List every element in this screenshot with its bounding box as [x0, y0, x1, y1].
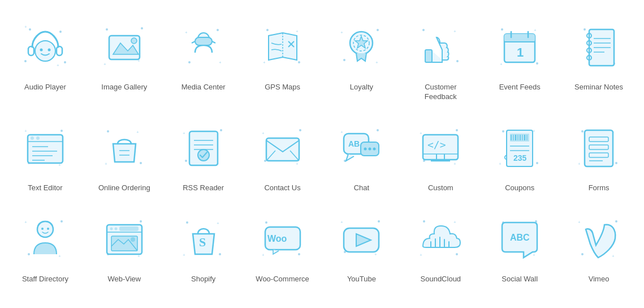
svg-point-178	[456, 253, 458, 255]
svg-point-11	[106, 28, 108, 31]
icon-item-media-center[interactable]: + + Media Center	[164, 11, 243, 106]
svg-rect-22	[195, 37, 212, 45]
vimeo-label: Vimeo	[589, 275, 610, 284]
svg-text:</>: </>	[427, 139, 446, 151]
svg-text:+: +	[420, 131, 422, 136]
svg-point-18	[188, 61, 191, 63]
vimeo-icon: + +	[568, 208, 630, 270]
svg-text:+: +	[296, 29, 299, 34]
icon-item-event-feeds[interactable]: + + 1 Event Feeds	[480, 11, 559, 106]
svg-rect-7	[57, 46, 62, 55]
svg-point-33	[377, 29, 379, 31]
svg-text:+: +	[183, 253, 185, 258]
svg-point-25	[266, 29, 269, 31]
svg-point-84	[220, 129, 222, 131]
svg-text:ABC: ABC	[510, 233, 530, 242]
icon-item-custom[interactable]: + + </> Custom	[401, 112, 480, 198]
svg-text:+: +	[578, 161, 581, 166]
icon-item-customer-feedback[interactable]: + Customer Feedback	[401, 11, 480, 106]
svg-text:+: +	[263, 60, 266, 65]
svg-point-12	[141, 27, 143, 29]
icon-item-social-wall[interactable]: + ABC Social Wall	[480, 203, 559, 289]
icon-item-youtube[interactable]: + + YouTube	[322, 203, 401, 289]
svg-point-10	[47, 49, 50, 52]
icon-item-rss-reader[interactable]: + + RSS Reader	[164, 112, 243, 198]
custom-icon: + + </>	[409, 117, 472, 179]
svg-text:AB: AB	[348, 139, 360, 148]
text-editor-label: Text Editor	[28, 183, 62, 193]
svg-point-1	[59, 31, 62, 33]
svg-text:+: +	[296, 161, 299, 166]
text-editor-icon: + +	[14, 117, 76, 179]
svg-point-65	[60, 130, 63, 132]
svg-point-100	[377, 129, 379, 131]
svg-point-83	[185, 160, 187, 162]
icon-item-seminar-notes[interactable]: + Seminar Notes	[559, 11, 638, 106]
icon-item-contact-us[interactable]: + + Contact Us	[243, 112, 322, 198]
svg-point-105	[364, 147, 367, 150]
svg-text:+: +	[105, 161, 107, 166]
svg-point-40	[456, 60, 459, 62]
chat-icon: + AB	[330, 117, 392, 179]
image-gallery-icon: + +	[93, 16, 155, 78]
svg-point-77	[107, 130, 109, 132]
svg-point-119	[536, 162, 538, 164]
svg-point-8	[35, 41, 55, 61]
woo-commerce-icon: + Woo	[252, 208, 314, 270]
svg-text:+: +	[183, 131, 185, 136]
icon-item-image-gallery[interactable]: + + Image Gallery	[85, 11, 164, 106]
svg-text:+: +	[217, 221, 219, 226]
svg-text:+: +	[500, 62, 503, 67]
svg-point-191	[615, 220, 617, 223]
svg-rect-158	[119, 226, 139, 231]
svg-text:+: +	[103, 62, 106, 67]
svg-point-166	[265, 221, 267, 224]
icon-item-woo-commerce[interactable]: + Woo Woo-Commerce	[243, 203, 322, 289]
svg-text:+: +	[453, 161, 456, 166]
svg-text:+: +	[24, 220, 27, 225]
contact-us-icon: + +	[252, 117, 314, 179]
icon-item-staff-directory[interactable]: + + Staff Directory	[6, 203, 85, 289]
icon-item-soundcloud[interactable]: + + SoundCloud	[401, 203, 480, 289]
icon-item-gps-maps[interactable]: + + GPS Maps	[243, 11, 322, 106]
svg-text:+: +	[499, 161, 502, 166]
icon-item-text-editor[interactable]: + + Text Editor	[6, 112, 85, 198]
media-center-label: Media Center	[181, 83, 226, 92]
icon-item-web-view[interactable]: + Web-View	[85, 203, 164, 289]
web-view-label: Web-View	[107, 275, 141, 284]
image-gallery-label: Image Gallery	[101, 83, 147, 92]
svg-point-53	[584, 28, 586, 31]
svg-text:+: +	[24, 129, 27, 134]
svg-point-3	[24, 60, 27, 62]
icon-item-chat[interactable]: + AB Chat	[322, 112, 401, 198]
svg-text:1: 1	[517, 45, 524, 59]
svg-text:+: +	[340, 30, 343, 35]
icon-item-audio-player[interactable]: + + Audio Player	[6, 11, 85, 106]
svg-text:+: +	[58, 254, 61, 259]
svg-text:+: +	[453, 220, 456, 225]
svg-point-160	[131, 237, 135, 242]
icon-item-shopify[interactable]: + + S Shopify	[164, 203, 243, 289]
icon-item-coupons[interactable]: + + 235 Coupons	[480, 112, 559, 198]
svg-text:+: +	[374, 252, 377, 257]
svg-point-172	[378, 220, 380, 223]
soundcloud-icon: + +	[409, 208, 472, 270]
svg-point-93	[299, 129, 301, 131]
svg-text:235: 235	[513, 153, 527, 162]
forms-icon: + +	[568, 117, 630, 179]
icon-item-loyalty[interactable]: + + Loyalty	[322, 11, 401, 106]
svg-point-156	[110, 227, 113, 230]
audio-player-icon: + +	[14, 16, 76, 78]
svg-rect-123	[510, 134, 529, 142]
svg-point-32	[343, 59, 345, 61]
svg-text:+: +	[375, 60, 378, 65]
svg-text:+: +	[340, 130, 343, 135]
svg-text:+: +	[185, 30, 188, 35]
svg-point-144	[60, 220, 63, 223]
icon-item-online-ordering[interactable]: + + Online Ordering	[85, 112, 164, 198]
custom-label: Custom	[428, 183, 453, 193]
svg-point-9	[40, 49, 42, 52]
icon-item-vimeo[interactable]: + + Vimeo	[559, 203, 638, 289]
svg-point-72	[36, 136, 40, 140]
icon-item-forms[interactable]: + + Forms	[559, 112, 638, 198]
